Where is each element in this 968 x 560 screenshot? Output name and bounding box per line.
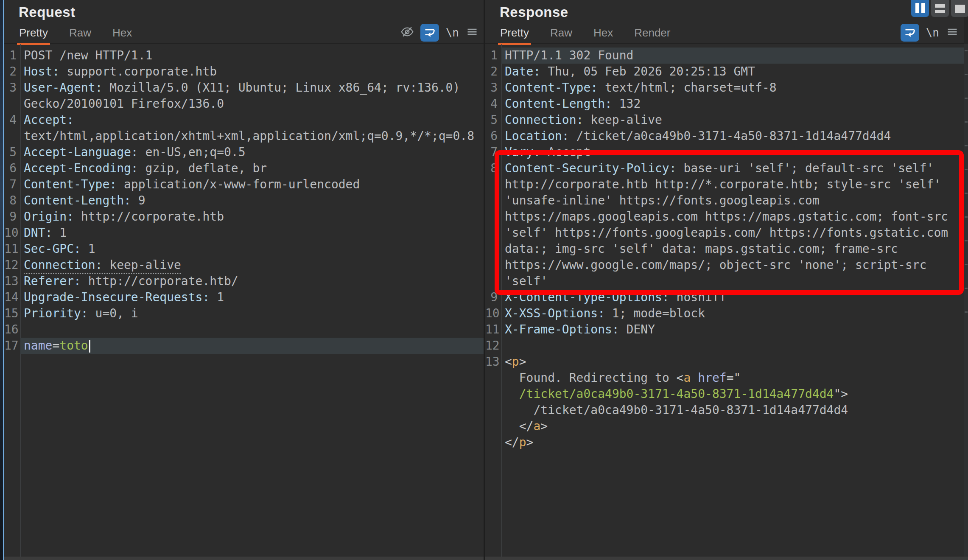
code-line[interactable]: 6Accept-Encoding: gzip, deflate, br	[4, 160, 484, 176]
code-segment: toto	[59, 339, 88, 353]
code-line[interactable]: 8Content-Length: 9	[4, 193, 484, 209]
code-line[interactable]: 5Accept-Language: en-US,en;q=0.5	[4, 144, 484, 160]
line-number: 4	[4, 112, 20, 128]
line-number: 5	[4, 144, 20, 160]
code-line[interactable]: 4Accept:	[4, 112, 484, 128]
request-panel: Request PrettyRawHex \n	[4, 0, 484, 560]
code-segment: 1	[81, 242, 95, 256]
code-line[interactable]: 3User-Agent: Mozilla/5.0 (X11; Ubuntu; L…	[4, 80, 484, 96]
code-line[interactable]: 6Location: /ticket/a0ca49b0-3171-4a50-83…	[485, 128, 964, 144]
code-line[interactable]: 1POST /new HTTP/1.1	[4, 48, 484, 64]
single-layout-icon	[955, 5, 965, 13]
code-text: /ticket/a0ca49b0-3171-4a50-8371-1d14a477…	[501, 402, 964, 418]
hide-nonprintable-icon[interactable]	[400, 25, 414, 40]
response-editor-controls: \n	[901, 23, 959, 42]
request-editor[interactable]: 1POST /new HTTP/1.12Host: support.corpor…	[4, 44, 484, 560]
code-segment: <	[505, 355, 512, 369]
tab-pretty[interactable]: Pretty	[498, 25, 531, 45]
code-segment: Thu, 05 Feb 2026 20:25:13 GMT	[540, 64, 755, 78]
line-number	[4, 96, 20, 112]
tab-render[interactable]: Render	[632, 25, 672, 45]
code-segment: Accept-Encoding:	[24, 161, 138, 175]
code-line[interactable]: text/html,application/xhtml+xml,applicat…	[4, 128, 484, 144]
line-number: 11	[485, 322, 501, 338]
code-line[interactable]: 11Sec-GPC: 1	[4, 241, 484, 257]
code-line[interactable]: 10X-XSS-Options: 1; mode=block	[485, 305, 964, 322]
code-line[interactable]: 9Origin: http://corporate.htb	[4, 209, 484, 225]
code-line[interactable]: 5Connection: keep-alive	[485, 112, 964, 128]
tab-pretty[interactable]: Pretty	[17, 25, 50, 45]
code-line[interactable]: 7Content-Type: application/x-www-form-ur…	[4, 176, 484, 193]
code-segment: http://corporate.htb	[74, 210, 224, 224]
code-segment: Priority:	[24, 306, 88, 320]
newline-display-toggle[interactable]: \n	[925, 26, 940, 39]
code-line[interactable]: /ticket/a0ca49b0-3171-4a50-8371-1d14a477…	[485, 402, 964, 418]
code-text: /ticket/a0ca49b0-3171-4a50-8371-1d14a477…	[501, 386, 964, 402]
code-segment: Content-Length:	[24, 193, 131, 207]
layout-columns-button[interactable]	[911, 0, 929, 17]
layout-single-button[interactable]	[951, 0, 968, 17]
word-wrap-toggle-button[interactable]	[420, 24, 439, 42]
line-number: 5	[485, 112, 501, 128]
code-line[interactable]: 17name=toto	[4, 338, 484, 354]
code-text: DNT: 1	[20, 225, 484, 241]
code-line[interactable]: 3Content-Type: text/html; charset=utf-8	[485, 80, 964, 96]
newline-display-toggle[interactable]: \n	[445, 26, 460, 39]
response-tabbar: PrettyRawHexRender	[498, 25, 672, 45]
scroll-tick	[965, 169, 968, 170]
code-line[interactable]: 13<p>	[485, 354, 964, 370]
code-segment: application/x-www-form-urlencoded	[117, 177, 360, 191]
tab-raw[interactable]: Raw	[548, 25, 574, 45]
code-segment: DNT:	[24, 226, 52, 240]
tab-hex[interactable]: Hex	[110, 25, 134, 45]
code-line[interactable]: 13Referer: http://corporate.htb/	[4, 273, 484, 289]
tab-raw[interactable]: Raw	[67, 25, 93, 45]
response-editor[interactable]: 1HTTP/1.1 302 Found2Date: Thu, 05 Feb 20…	[485, 44, 964, 560]
tab-hex[interactable]: Hex	[591, 25, 615, 45]
code-line[interactable]: 14Upgrade-Insecure-Requests: 1	[4, 289, 484, 305]
code-segment: 132	[612, 97, 641, 111]
code-text: Content-Length: 9	[20, 193, 484, 209]
line-number: 8	[4, 193, 20, 209]
code-segment: </	[505, 435, 519, 449]
code-line[interactable]: </p>	[485, 434, 964, 451]
code-line[interactable]: 16	[4, 322, 484, 338]
code-line[interactable]: 12	[485, 338, 964, 354]
code-line[interactable]: 2Host: support.corporate.htb	[4, 64, 484, 80]
code-segment: keep-alive	[102, 258, 181, 272]
word-wrap-toggle-button[interactable]	[901, 24, 919, 42]
scroll-tick	[965, 240, 968, 241]
code-segment: /ticket/a0ca49b0-3171-4a50-8371-1d14a477…	[519, 387, 834, 401]
code-line[interactable]: /ticket/a0ca49b0-3171-4a50-8371-1d14a477…	[485, 386, 964, 402]
code-segment: Location:	[505, 129, 569, 143]
line-number: 10	[485, 305, 501, 322]
scroll-tick	[965, 311, 968, 313]
code-line[interactable]: 15Priority: u=0, i	[4, 305, 484, 322]
response-scrollbar[interactable]	[964, 44, 968, 557]
code-line[interactable]: 2Date: Thu, 05 Feb 2026 20:25:13 GMT	[485, 64, 964, 80]
code-line[interactable]: Gecko/20100101 Firefox/136.0	[4, 96, 484, 112]
line-number: 2	[485, 64, 501, 80]
code-line[interactable]: 12Connection: keep-alive	[4, 257, 484, 273]
panel-splitter[interactable]	[484, 0, 485, 560]
code-segment: 1; mode=block	[605, 306, 705, 320]
line-number: 12	[485, 338, 501, 354]
code-segment: http://corporate.htb/	[81, 274, 238, 288]
horizontal-scrollbar[interactable]	[4, 557, 968, 560]
code-line[interactable]: </a>	[485, 418, 964, 434]
editor-menu-icon[interactable]	[946, 26, 959, 39]
scroll-tick	[965, 264, 968, 265]
editor-menu-icon[interactable]	[466, 26, 478, 39]
code-segment: ">	[834, 387, 848, 401]
layout-rows-button[interactable]	[931, 0, 949, 17]
code-line[interactable]: Found. Redirecting to <a href="	[485, 370, 964, 386]
code-line[interactable]: 10DNT: 1	[4, 225, 484, 241]
code-line[interactable]: 1HTTP/1.1 302 Found	[485, 48, 964, 64]
code-segment: p	[519, 435, 526, 449]
code-line[interactable]: 11X-Frame-Options: DENY	[485, 322, 964, 338]
code-text: User-Agent: Mozilla/5.0 (X11; Ubuntu; Li…	[20, 80, 484, 96]
code-segment: 1	[210, 290, 224, 304]
code-line[interactable]: 4Content-Length: 132	[485, 96, 964, 112]
line-number: 6	[4, 160, 20, 176]
repeater-view: Request PrettyRawHex \n	[0, 0, 968, 560]
